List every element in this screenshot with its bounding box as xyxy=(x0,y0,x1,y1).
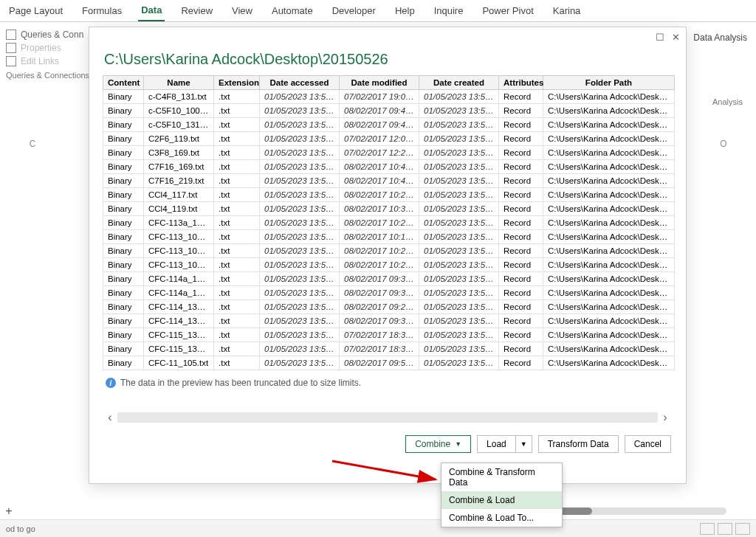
table-row[interactable]: BinaryCFC-114_135.txt.txt01/05/2023 13:5… xyxy=(103,300,675,314)
sheet-tab-bar: + ⋮ xyxy=(0,505,756,518)
transform-data-button[interactable]: Transform Data xyxy=(538,435,619,453)
load-button[interactable]: Load xyxy=(477,435,515,453)
col-content[interactable]: Content xyxy=(103,76,144,90)
table-row[interactable]: BinaryCFC-114a_137.txt.txt01/05/2023 13:… xyxy=(103,286,675,300)
tab-inquire[interactable]: Inquire xyxy=(431,4,467,21)
table-row[interactable]: BinaryCFC-115_135.txt.txt01/05/2023 13:5… xyxy=(103,328,675,342)
combine-button[interactable]: Combine ▼ xyxy=(405,435,471,453)
close-icon[interactable]: ✕ xyxy=(672,32,680,43)
cell: C3F8_169.txt xyxy=(144,146,214,160)
cell: 01/05/2023 13:57:17 xyxy=(419,272,499,286)
page-layout-view-icon[interactable] xyxy=(718,523,732,535)
dialog-title: C:\Users\Karina Adcock\Desktop\20150526 xyxy=(89,27,686,75)
tab-help[interactable]: Help xyxy=(392,4,418,21)
tab-karina[interactable]: Karina xyxy=(550,4,584,21)
add-sheet-button[interactable]: + xyxy=(0,505,18,518)
col-date-modified[interactable]: Date modified xyxy=(340,76,419,90)
table-row[interactable]: BinaryCFC-113a_117.txt.txt01/05/2023 13:… xyxy=(103,216,675,230)
edit-links-label: Edit Links xyxy=(21,56,59,66)
tab-formulas[interactable]: Formulas xyxy=(79,4,125,21)
tab-automate[interactable]: Automate xyxy=(269,4,316,21)
table-row[interactable]: BinaryC7F16_169.txt.txt01/05/2023 13:57:… xyxy=(103,160,675,174)
combine-load-option[interactable]: Combine & Load xyxy=(441,491,562,509)
cell: Binary xyxy=(103,230,144,244)
cell: 01/05/2023 13:57:17 xyxy=(419,216,499,230)
cell: 01/05/2023 13:57:17 xyxy=(260,104,340,118)
cell: 08/02/2017 09:42:15 xyxy=(340,104,419,118)
table-row[interactable]: BinaryCFC-11_105.txt.txt01/05/2023 13:57… xyxy=(103,356,675,370)
cell: 08/02/2017 09:30:01 xyxy=(340,314,419,328)
properties-label: Properties xyxy=(21,43,61,53)
table-row[interactable]: BinaryCCl4_119.txt.txt01/05/2023 13:57:1… xyxy=(103,202,675,216)
cell: Binary xyxy=(103,90,144,104)
edit-links-button: Edit Links xyxy=(6,55,89,68)
cell: C:\Users\Karina Adcock\Desktop\ xyxy=(543,300,675,314)
cancel-button[interactable]: Cancel xyxy=(625,435,671,453)
combine-load-to-option[interactable]: Combine & Load To... xyxy=(441,509,562,527)
table-row[interactable]: BinaryCCl4_117.txt.txt01/05/2023 13:57:1… xyxy=(103,188,675,202)
combine-transform-option[interactable]: Combine & Transform Data xyxy=(441,463,562,491)
tab-review[interactable]: Review xyxy=(178,4,216,21)
cell: CFC-11_105.txt xyxy=(144,356,214,370)
load-dropdown-button[interactable]: ▼ xyxy=(515,435,532,453)
cell: Binary xyxy=(103,300,144,314)
cell: Binary xyxy=(103,314,144,328)
page-break-view-icon[interactable] xyxy=(735,523,750,535)
cell: 01/05/2023 13:57:17 xyxy=(419,118,499,132)
ribbon-tabs: Page Layout Formulas Data Review View Au… xyxy=(0,0,756,22)
cell: CCl4_117.txt xyxy=(144,188,214,202)
cell: 07/02/2017 12:26:50 xyxy=(340,146,419,160)
table-row[interactable]: BinaryCFC-114a_135.txt.txt01/05/2023 13:… xyxy=(103,272,675,286)
table-row[interactable]: BinaryCFC-113_102.txt.txt01/05/2023 13:5… xyxy=(103,244,675,258)
col-c[interactable]: C xyxy=(0,139,65,149)
maximize-icon[interactable]: ☐ xyxy=(656,32,664,43)
tab-power-pivot[interactable]: Power Pivot xyxy=(479,4,536,21)
cell: 08/02/2017 09:39:11 xyxy=(340,286,419,300)
data-analysis-button[interactable]: Data Analysis xyxy=(693,32,747,43)
tab-page-layout[interactable]: Page Layout xyxy=(6,4,66,21)
table-row[interactable]: Binaryc-C5F10_131.txt.txt01/05/2023 13:5… xyxy=(103,118,675,132)
cell: Record xyxy=(499,244,543,258)
table-row[interactable]: BinaryC2F6_119.txt.txt01/05/2023 13:57:1… xyxy=(103,132,675,146)
cell: Record xyxy=(499,216,543,230)
cell: .txt xyxy=(214,300,260,314)
tab-view[interactable]: View xyxy=(229,4,255,21)
cell: C:\Users\Karina Adcock\Desktop\ xyxy=(543,202,675,216)
tab-data[interactable]: Data xyxy=(138,3,165,21)
table-row[interactable]: Binaryc-C4F8_131.txt.txt01/05/2023 13:57… xyxy=(103,90,675,104)
queries-connections-button[interactable]: Queries & Conn xyxy=(6,28,89,41)
cell: 08/02/2017 10:23:18 xyxy=(340,258,419,272)
cell: 01/05/2023 13:57:17 xyxy=(419,202,499,216)
col-date-accessed[interactable]: Date accessed xyxy=(260,76,340,90)
col-o[interactable]: O xyxy=(691,139,756,149)
scroll-left-icon[interactable]: ‹ xyxy=(103,411,117,424)
cell: C:\Users\Karina Adcock\Desktop\ xyxy=(543,286,675,300)
cell: Record xyxy=(499,286,543,300)
normal-view-icon[interactable] xyxy=(700,523,715,535)
tab-developer[interactable]: Developer xyxy=(329,4,379,21)
cell: Record xyxy=(499,104,543,118)
table-row[interactable]: BinaryC3F8_169.txt.txt01/05/2023 13:57:1… xyxy=(103,146,675,160)
preview-hscroll[interactable]: ‹ › xyxy=(103,410,673,425)
cell: C:\Users\Karina Adcock\Desktop\ xyxy=(543,146,675,160)
truncation-note: i The data in the preview has been trunc… xyxy=(106,378,670,388)
table-row[interactable]: BinaryC7F16_219.txt.txt01/05/2023 13:57:… xyxy=(103,174,675,188)
table-row[interactable]: BinaryCFC-113_103.txt.txt01/05/2023 13:5… xyxy=(103,258,675,272)
col-date-created[interactable]: Date created xyxy=(419,76,499,90)
col-attributes[interactable]: Attributes xyxy=(499,76,543,90)
col-extension[interactable]: Extension xyxy=(214,76,260,90)
col-folder-path[interactable]: Folder Path xyxy=(543,76,675,90)
cell: CFC-115_135.txt xyxy=(144,328,214,342)
table-row[interactable]: BinaryCFC-115_137.txt.txt01/05/2023 13:5… xyxy=(103,342,675,356)
table-row[interactable]: BinaryCFC-113_101.txt.txt01/05/2023 13:5… xyxy=(103,230,675,244)
scroll-right-icon[interactable]: › xyxy=(658,411,673,424)
cell: .txt xyxy=(214,188,260,202)
cell: C:\Users\Karina Adcock\Desktop\ xyxy=(543,342,675,356)
cell: c-C5F10_131.txt xyxy=(144,118,214,132)
cell: CFC-114_137.txt xyxy=(144,314,214,328)
scroll-track[interactable] xyxy=(117,412,658,423)
table-row[interactable]: BinaryCFC-114_137.txt.txt01/05/2023 13:5… xyxy=(103,314,675,328)
cell: Record xyxy=(499,146,543,160)
col-name[interactable]: Name xyxy=(144,76,214,90)
table-row[interactable]: Binaryc-C5F10_100.txt.txt01/05/2023 13:5… xyxy=(103,104,675,118)
